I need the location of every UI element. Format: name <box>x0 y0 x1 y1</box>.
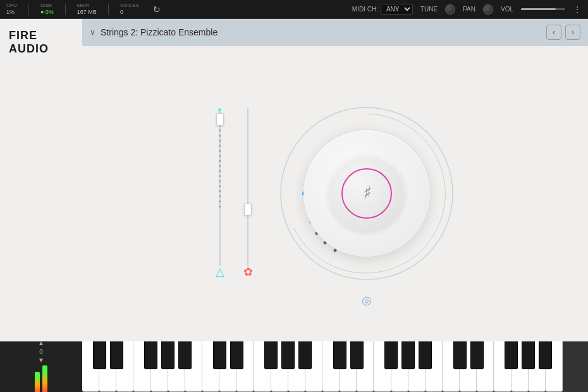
preset-bar: ∨ Strings 2: Pizzicato Ensemble ‹ › <box>82 19 588 46</box>
slider-1-dot <box>219 175 221 177</box>
brand-sidebar: FIRE AUDIO <box>0 19 82 341</box>
slider-1-dot <box>219 170 221 172</box>
knob-bottom-icon[interactable]: ◎ <box>362 293 372 307</box>
disk-stat: DISK ● 0% <box>40 3 54 15</box>
slider-1-thumb[interactable] <box>216 113 224 126</box>
divider-1 <box>28 4 29 15</box>
piano-keyboard <box>82 341 563 392</box>
pan-label: PAN <box>463 6 475 13</box>
tune-label: TUNE <box>420 6 438 13</box>
divider-2 <box>65 4 66 15</box>
black-key[interactable] <box>161 341 175 369</box>
slider-2-wrap: ✿ <box>243 108 253 279</box>
black-key[interactable] <box>522 341 535 369</box>
black-key[interactable] <box>505 341 518 369</box>
slider-1-dot <box>219 145 221 147</box>
refresh-icon[interactable]: ↻ <box>153 4 161 15</box>
top-bar-right: MIDI CH: ANY123 TUNE PAN VOL ⋮ <box>352 4 582 15</box>
slider-1-dot <box>219 190 221 192</box>
black-key[interactable] <box>333 341 346 369</box>
slider-1-dot <box>219 130 221 132</box>
black-key[interactable] <box>384 341 398 369</box>
bottom-right <box>563 341 588 392</box>
content-area: ∨ Strings 2: Pizzicato Ensemble ‹ › <box>82 19 588 341</box>
slider-1-dot <box>219 155 221 157</box>
slider-1-dot <box>219 205 221 207</box>
black-key[interactable] <box>350 341 364 369</box>
cpu-label: CPU <box>6 3 17 9</box>
bottom-bar: ▲ 0 ▼ <box>0 341 588 392</box>
black-key[interactable] <box>539 341 552 369</box>
midi-section: MIDI CH: ANY123 <box>352 4 413 15</box>
slider-1-dot <box>219 160 221 162</box>
vol-label: VOL <box>501 6 513 13</box>
mem-stat: MEM 167 MB <box>77 3 97 15</box>
pitch-up-button[interactable]: ▲ <box>38 340 44 347</box>
pitch-value: 0 <box>39 348 43 355</box>
pan-knob[interactable] <box>483 4 493 15</box>
black-key[interactable] <box>419 341 432 369</box>
preset-name: Strings 2: Pizzicato Ensemble <box>101 27 541 37</box>
midi-label: MIDI CH: <box>352 6 378 13</box>
white-keys <box>82 341 563 392</box>
logo-symbol: ♯ <box>361 185 372 202</box>
preset-prev-button[interactable]: ‹ <box>546 25 561 40</box>
black-key[interactable] <box>178 341 192 369</box>
midi-channel-select[interactable]: ANY123 <box>381 4 413 15</box>
voices-label: VOICES <box>120 3 139 9</box>
slider-1-dot <box>219 180 221 182</box>
slider-2-track <box>247 108 248 266</box>
black-key[interactable] <box>110 341 123 369</box>
mem-value: 167 MB <box>77 9 97 16</box>
velocity-slider-2[interactable] <box>42 365 47 392</box>
big-knob-inner: ♯ <box>329 156 405 231</box>
bottom-left-controls: ▲ 0 ▼ <box>0 341 82 392</box>
cpu-stat: CPU 1% <box>6 3 17 15</box>
disk-label: DISK <box>40 3 54 9</box>
preset-next-button[interactable]: › <box>565 25 580 40</box>
slider-1-icon[interactable]: △ <box>216 265 224 279</box>
slider-1-dot <box>219 185 221 187</box>
black-key[interactable] <box>213 341 226 369</box>
velocity-sliders <box>35 365 47 392</box>
vol-slider[interactable] <box>521 8 565 10</box>
slider-1-wrap: △ <box>216 108 224 279</box>
preset-dropdown-icon[interactable]: ∨ <box>90 28 95 37</box>
preset-nav: ‹ › <box>546 25 580 40</box>
black-key[interactable] <box>144 341 157 369</box>
black-key[interactable] <box>401 341 415 369</box>
big-knob-wrap: ♯ ◎ <box>278 105 455 282</box>
slider-1-dot <box>219 195 221 197</box>
slider-1-top-dot <box>218 108 221 111</box>
black-key[interactable] <box>93 341 106 369</box>
slider-2-thumb[interactable] <box>244 203 252 216</box>
mem-label: MEM <box>77 3 97 9</box>
pitch-down-button[interactable]: ▼ <box>38 357 44 364</box>
black-key[interactable] <box>453 341 467 369</box>
sliders-group: △ ✿ <box>216 108 253 279</box>
disk-value: ● 0% <box>40 9 54 16</box>
slider-1-dot <box>219 140 221 142</box>
divider-3 <box>108 4 109 15</box>
main-area: FIRE AUDIO ∨ Strings 2: Pizzicato Ensemb… <box>0 19 588 341</box>
black-key[interactable] <box>470 341 484 369</box>
velocity-slider-1[interactable] <box>35 372 40 392</box>
svg-point-1 <box>333 249 336 252</box>
black-key[interactable] <box>281 341 295 369</box>
top-bar: CPU 1% DISK ● 0% MEM 167 MB VOICES 0 ↻ M… <box>0 0 588 19</box>
black-key[interactable] <box>264 341 278 369</box>
black-key[interactable] <box>230 341 243 369</box>
tune-knob[interactable] <box>445 4 455 15</box>
instrument-panel: △ ✿ <box>82 46 588 341</box>
voices-value: 0 <box>120 9 139 16</box>
slider-2-icon[interactable]: ✿ <box>243 265 253 279</box>
slider-1-dot <box>219 150 221 152</box>
slider-1-dot <box>219 200 221 202</box>
black-key[interactable] <box>298 341 312 369</box>
menu-icon[interactable]: ⋮ <box>573 4 582 15</box>
big-knob-middle[interactable]: ♯ <box>303 130 430 257</box>
big-knob-logo: ♯ <box>341 168 392 219</box>
vol-fill <box>521 8 556 10</box>
cpu-value: 1% <box>6 9 17 16</box>
slider-1-dot <box>219 165 221 167</box>
